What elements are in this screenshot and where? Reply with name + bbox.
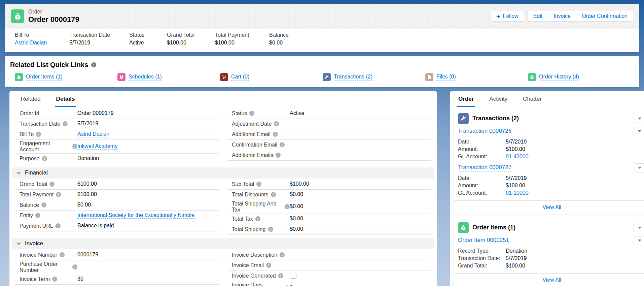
quick-link-label[interactable]: Cart (0) <box>231 74 249 81</box>
quick-link-label[interactable]: Schedules (1) <box>129 74 162 81</box>
field-value <box>290 252 431 258</box>
quick-link-label[interactable]: Files (0) <box>436 74 456 81</box>
tab-chatter[interactable]: Chatter <box>522 91 543 107</box>
record-link[interactable]: Transaction 0000726 <box>458 128 511 135</box>
info-icon[interactable] <box>56 192 61 197</box>
field-value <box>77 264 219 271</box>
view-all-link[interactable]: View All <box>542 277 561 283</box>
record-actions-button[interactable] <box>634 163 644 172</box>
order-record-page: $ Order Order 0000179 Follow Edit Invoic… <box>0 0 644 286</box>
edit-button[interactable]: Edit <box>528 11 548 22</box>
info-icon[interactable] <box>63 121 68 126</box>
field-row-invoice-generated: Invoice Generated <box>227 271 431 281</box>
info-icon[interactable] <box>49 182 55 187</box>
svg-text:$: $ <box>16 15 18 19</box>
info-icon[interactable] <box>41 202 46 208</box>
order-object-icon: $ <box>11 9 24 23</box>
details-form: Order Id Order 0000179 Transaction Date … <box>9 107 437 286</box>
info-icon[interactable] <box>249 111 254 116</box>
chevron-down-icon <box>638 240 641 242</box>
info-icon[interactable] <box>72 264 77 269</box>
financial-left-column: Grand Total $100.00 Total Payment $100.0… <box>15 179 219 235</box>
quick-link-files: Files (0) <box>425 73 528 81</box>
tab-details[interactable]: Details <box>55 91 76 107</box>
order-confirmation-button[interactable]: Order Confirmation <box>576 11 633 22</box>
record-actions-button[interactable] <box>634 127 644 136</box>
highlight-bill-to: Bill To Astrid Dacian <box>15 32 69 46</box>
info-icon[interactable] <box>255 216 260 221</box>
field-value: 5/7/2019 <box>77 121 219 127</box>
info-icon[interactable] <box>268 227 273 232</box>
record-field: Transaction Date:5/7/2019 <box>458 255 644 262</box>
follow-button[interactable]: Follow <box>491 11 524 22</box>
info-icon[interactable] <box>280 142 285 147</box>
bill-to-link[interactable]: Astrid Dacian <box>15 40 47 46</box>
card-actions-button[interactable] <box>634 114 644 123</box>
bill-to-link[interactable]: Astrid Dacian <box>77 131 109 137</box>
info-icon[interactable] <box>276 153 281 158</box>
info-icon[interactable] <box>91 62 96 67</box>
section-invoice[interactable]: Invoice <box>12 238 434 249</box>
plus-icon <box>496 13 500 20</box>
highlight-value: Active <box>129 40 161 46</box>
quick-links-title: Related List Quick Links <box>10 61 88 69</box>
info-icon[interactable] <box>36 132 41 137</box>
invoice-button[interactable]: Invoice <box>548 11 576 22</box>
info-icon[interactable] <box>285 204 290 209</box>
info-icon[interactable] <box>273 132 278 137</box>
field-label: Payment URL <box>20 223 53 229</box>
field-label: Invoice Description <box>232 252 277 258</box>
info-icon[interactable] <box>266 263 271 268</box>
sidebar-cards: Transactions (2) Transaction 0000726 Dat… <box>450 107 644 286</box>
record-link[interactable]: Order Item 0000251 <box>458 237 509 244</box>
info-icon[interactable] <box>280 252 285 257</box>
invoice-right-column: Invoice Description Invoice Email Invoic… <box>227 250 431 286</box>
general-right-column: Status Active Adjustment Date Additional… <box>227 108 431 164</box>
highlight-balance: Balance $0.00 <box>269 32 295 46</box>
record-link[interactable]: Transaction 0000727 <box>458 164 511 171</box>
field-label: Grand Total <box>20 181 47 187</box>
field-row-total-shipping-and-tax: Total Shipping And Tax $0.00 <box>227 200 431 214</box>
field-value <box>290 141 431 148</box>
info-icon[interactable] <box>56 223 61 228</box>
info-icon[interactable] <box>72 144 77 149</box>
field-row-adjustment-date: Adjustment Date <box>227 119 431 129</box>
info-icon[interactable] <box>274 121 279 126</box>
highlight-label: Transaction Date <box>69 32 123 38</box>
field-value: $0.00 <box>290 216 431 222</box>
field-row-engagement-account: Engagement Account Inkwell Academy <box>15 140 219 154</box>
tab-related[interactable]: Related <box>20 91 42 107</box>
field-label: Status <box>232 110 247 117</box>
info-icon[interactable] <box>271 192 276 197</box>
field-label: Invoice Number <box>20 252 57 258</box>
entity-link[interactable]: International Society for the Exceptiona… <box>77 212 194 219</box>
record-order-item-0000251: Order Item 0000251 Record Type:Donation … <box>458 236 644 269</box>
quick-link-label[interactable]: Transactions (2) <box>334 74 372 81</box>
card-actions-button[interactable] <box>634 223 644 232</box>
section-financial[interactable]: Financial <box>12 167 434 179</box>
info-icon[interactable] <box>256 182 261 187</box>
gl-account-link[interactable]: 01-10000 <box>506 190 529 196</box>
field-row-confirmation-email: Confirmation Email <box>227 140 431 150</box>
gl-account-link[interactable]: 01-43000 <box>506 154 529 160</box>
tab-activity[interactable]: Activity <box>488 91 509 107</box>
field-row-payment-url: Payment URL Balance is paid. <box>15 221 219 231</box>
record-field: Amount:$100.00 <box>458 146 644 153</box>
info-icon[interactable] <box>60 252 65 257</box>
highlight-label: Status <box>129 32 161 38</box>
field-value <box>290 121 431 127</box>
engagement-account-link[interactable]: Inkwell Academy <box>77 143 117 150</box>
view-all-link[interactable]: View All <box>542 204 561 210</box>
info-icon[interactable] <box>52 277 57 282</box>
record-actions-button[interactable] <box>634 236 644 245</box>
info-icon[interactable] <box>278 273 283 278</box>
field-label: Purpose <box>20 156 40 162</box>
record-transaction-0000726: Transaction 0000726 Date:5/7/2019 Amount… <box>458 127 644 160</box>
tab-order[interactable]: Order <box>457 91 475 107</box>
quick-link-label[interactable]: Order History (4) <box>539 74 579 81</box>
info-icon[interactable] <box>42 156 47 161</box>
info-icon[interactable] <box>35 213 40 218</box>
quick-link-label[interactable]: Order Items (1) <box>26 74 62 81</box>
highlight-transaction-date: Transaction Date 5/7/2019 <box>69 32 129 46</box>
invoice-generated-checkbox[interactable] <box>290 272 296 279</box>
